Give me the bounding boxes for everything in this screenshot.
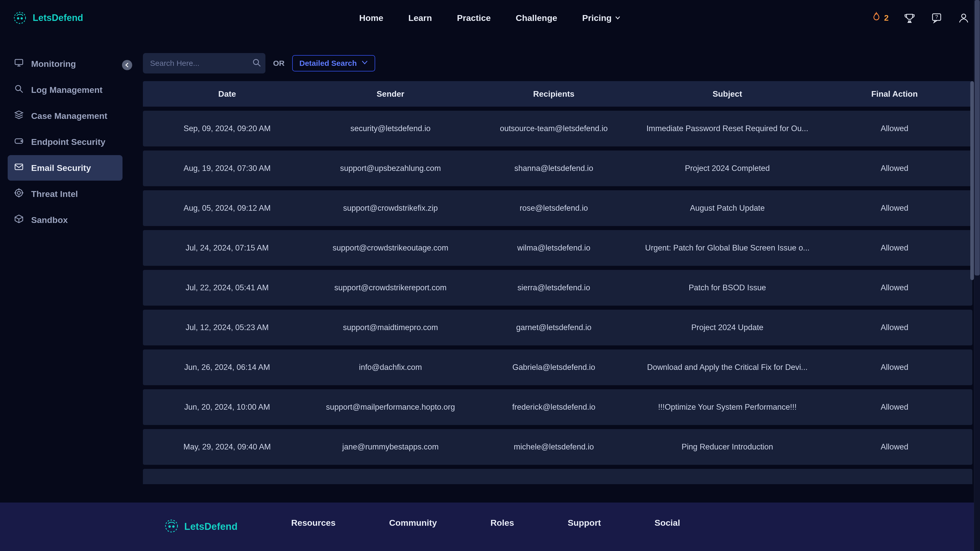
svg-rect-10: [15, 164, 23, 170]
disk-icon: [14, 136, 24, 148]
table-row[interactable]: Aug, 19, 2024, 07:30 AMsupport@upsbezahl…: [143, 151, 972, 186]
target-icon: [14, 188, 24, 200]
cell-sender: support@crowdstrikeoutage.com: [309, 243, 472, 252]
cell-recipients: frederick@letsdefend.io: [472, 403, 635, 412]
sidebar-item-endpoint-security[interactable]: Endpoint Security: [8, 129, 123, 155]
cell-subject: Project 2024 Completed: [635, 164, 819, 173]
col-header-date[interactable]: Date: [145, 89, 309, 99]
cell-sender: support@maidtimepro.com: [309, 323, 472, 332]
nav-learn[interactable]: Learn: [408, 13, 432, 23]
cell-recipients: wilma@letsdefend.io: [472, 243, 635, 252]
table-row[interactable]: Jun, 26, 2024, 06:14 AMinfo@dachfix.comG…: [143, 349, 972, 385]
table-row[interactable]: [143, 469, 972, 484]
streak-counter[interactable]: 2: [871, 12, 889, 24]
footer-col-support[interactable]: Support: [568, 518, 601, 528]
sidebar-collapse-button[interactable]: [122, 60, 132, 70]
table-row[interactable]: Jul, 24, 2024, 07:15 AMsupport@crowdstri…: [143, 230, 972, 266]
flame-icon: [871, 12, 881, 24]
nav-practice[interactable]: Practice: [457, 13, 491, 23]
email-table: Date Sender Recipients Subject Final Act…: [143, 81, 972, 484]
table-row[interactable]: Aug, 05, 2024, 09:12 AMsupport@crowdstri…: [143, 190, 972, 226]
sidebar-item-email-security[interactable]: Email Security: [8, 155, 123, 181]
cell-recipients: shanna@letsdefend.io: [472, 164, 635, 173]
mail-icon: [14, 162, 24, 174]
search-row: OR Detailed Search: [143, 53, 972, 73]
page-scrollbar[interactable]: [974, 0, 980, 551]
col-header-sender[interactable]: Sender: [309, 89, 472, 99]
footer-col-community[interactable]: Community: [389, 518, 437, 528]
page-scrollbar-thumb[interactable]: [975, 0, 980, 275]
cell-date: Jul, 12, 2024, 05:23 AM: [145, 323, 309, 332]
cell-sender: support@upsbezahlung.com: [309, 164, 472, 173]
table-row[interactable]: May, 29, 2024, 09:40 AMjane@rummybestapp…: [143, 429, 972, 465]
chevron-down-icon: [361, 59, 368, 68]
header: LetsDefend Home Learn Practice Challenge…: [0, 0, 980, 36]
logo[interactable]: LetsDefend: [12, 10, 83, 25]
sidebar-item-monitoring[interactable]: Monitoring: [8, 51, 123, 76]
col-header-recipients[interactable]: Recipients: [472, 89, 635, 99]
trophy-icon[interactable]: [904, 12, 916, 24]
sidebar-item-sandbox[interactable]: Sandbox: [8, 207, 123, 233]
cell-sender: support@mailperformance.hopto.org: [309, 403, 472, 412]
cell-recipients: outsource-team@letsdefend.io: [472, 124, 635, 133]
search-input[interactable]: [150, 59, 247, 68]
table-header: Date Sender Recipients Subject Final Act…: [143, 81, 972, 106]
search-icon[interactable]: [252, 58, 261, 68]
nav-challenge[interactable]: Challenge: [516, 13, 557, 23]
logo-icon: [12, 10, 27, 25]
brand-text: LetsDefend: [33, 13, 83, 23]
cell-subject: Urgent: Patch for Global Blue Screen Iss…: [635, 243, 819, 252]
cell-subject: Download and Apply the Critical Fix for …: [635, 363, 819, 372]
table-row[interactable]: Jul, 12, 2024, 05:23 AMsupport@maidtimep…: [143, 310, 972, 345]
top-nav: Home Learn Practice Challenge Pricing: [359, 13, 620, 23]
table-row[interactable]: Sep, 09, 2024, 09:20 AMsecurity@letsdefe…: [143, 111, 972, 146]
col-header-subject[interactable]: Subject: [635, 89, 819, 99]
logo-icon: [163, 518, 180, 535]
cell-recipients: garnet@letsdefend.io: [472, 323, 635, 332]
footer-logo[interactable]: LetsDefend: [163, 518, 238, 535]
cell-recipients: Gabriela@letsdefend.io: [472, 363, 635, 372]
table-scrollbar[interactable]: [970, 81, 974, 484]
cell-action: Allowed: [819, 283, 970, 292]
profile-icon[interactable]: [958, 12, 970, 24]
footer-brand-text: LetsDefend: [184, 521, 238, 532]
cell-action: Allowed: [819, 124, 970, 133]
help-icon[interactable]: ?: [931, 12, 943, 24]
sidebar-item-label: Email Security: [31, 163, 91, 173]
footer-col-resources[interactable]: Resources: [291, 518, 336, 528]
cell-action: Allowed: [819, 203, 970, 213]
cell-subject: Project 2024 Update: [635, 323, 819, 332]
table-scrollbar-thumb[interactable]: [970, 81, 974, 280]
streak-value: 2: [884, 13, 889, 23]
cell-recipients: rose@letsdefend.io: [472, 203, 635, 213]
header-actions: 2 ?: [871, 12, 970, 24]
svg-point-9: [21, 141, 22, 141]
sidebar-item-label: Case Management: [31, 111, 107, 121]
cell-subject: !!!Optimize Your System Performance!!!: [635, 403, 819, 412]
footer-col-social[interactable]: Social: [655, 518, 680, 528]
nav-home[interactable]: Home: [359, 13, 383, 23]
cell-date: Jun, 20, 2024, 10:00 AM: [145, 403, 309, 412]
svg-point-12: [18, 191, 21, 194]
footer-col-roles[interactable]: Roles: [490, 518, 514, 528]
search-box[interactable]: [143, 53, 266, 73]
cell-date: Aug, 05, 2024, 09:12 AM: [145, 203, 309, 213]
table-row[interactable]: Jul, 22, 2024, 05:41 AMsupport@crowdstri…: [143, 270, 972, 306]
sidebar-item-case-management[interactable]: Case Management: [8, 103, 123, 129]
sidebar-item-log-management[interactable]: Log Management: [8, 77, 123, 103]
detailed-search-button[interactable]: Detailed Search: [292, 55, 375, 71]
cell-sender: support@crowdstrikereport.com: [309, 283, 472, 292]
svg-point-11: [15, 189, 22, 197]
svg-point-16: [172, 526, 174, 527]
svg-point-1: [18, 17, 19, 19]
table-row[interactable]: Jun, 20, 2024, 10:00 AMsupport@mailperfo…: [143, 389, 972, 425]
nav-pricing[interactable]: Pricing: [582, 13, 620, 23]
sidebar-item-threat-intel[interactable]: Threat Intel: [8, 181, 123, 206]
svg-point-2: [21, 17, 22, 19]
col-header-action[interactable]: Final Action: [819, 89, 970, 99]
main-content: OR Detailed Search Date Sender Recipient…: [143, 53, 972, 484]
footer: LetsDefend Resources Community Roles Sup…: [0, 503, 980, 551]
cell-subject: Patch for BSOD Issue: [635, 283, 819, 292]
cell-date: Jul, 22, 2024, 05:41 AM: [145, 283, 309, 292]
nav-pricing-label: Pricing: [582, 13, 611, 23]
